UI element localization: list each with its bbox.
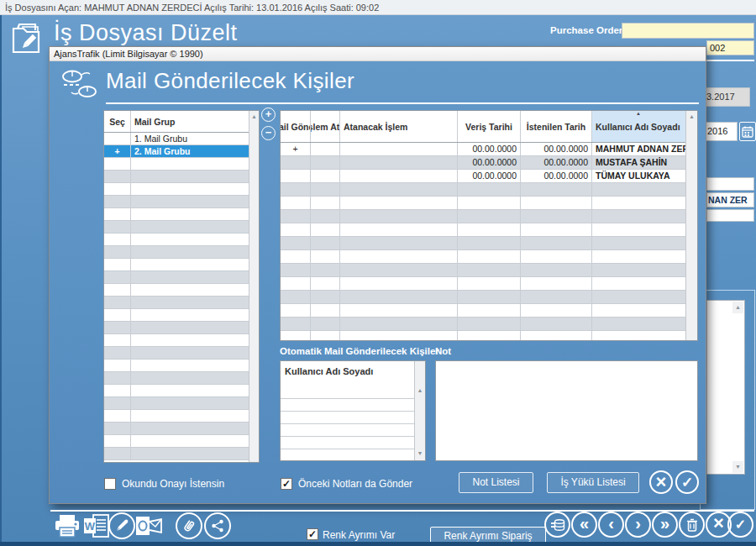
column-header-mail-gonder[interactable]: Mail Gönde xyxy=(281,111,311,142)
mail-group-row[interactable] xyxy=(104,385,259,397)
ok-button[interactable]: ✓ xyxy=(727,512,753,538)
mail-group-row[interactable] xyxy=(104,435,259,448)
onceki-checkbox[interactable]: ✓ xyxy=(281,478,292,490)
edit-note-button[interactable] xyxy=(108,512,135,539)
purchase-order-input[interactable] xyxy=(622,23,754,39)
otomatik-column-header[interactable]: Kullanıcı Adı Soyadı xyxy=(281,361,425,385)
column-header-islem-ata[interactable]: İşlem Ata xyxy=(311,111,340,142)
calendar-button[interactable] xyxy=(739,122,756,141)
recipient-row[interactable] xyxy=(281,304,697,318)
recipient-row[interactable]: 00.00.000000.00.0000MUSTAFA ŞAHİN xyxy=(281,156,697,170)
purchase-order-number-field[interactable]: 002 xyxy=(706,40,754,55)
mail-group-row[interactable] xyxy=(104,158,259,171)
column-header-kullanici[interactable]: ▲ Kullanıcı Adı Soyadı xyxy=(592,111,686,142)
remove-group-button[interactable]: − xyxy=(261,126,276,140)
scroll-down-icon[interactable]: ▼ xyxy=(732,461,743,473)
otomatik-row[interactable] xyxy=(281,449,425,461)
first-button[interactable]: « xyxy=(571,512,597,538)
is-yuku-listesi-button[interactable]: İş Yükü Listesi xyxy=(547,472,639,493)
mail-group-row[interactable] xyxy=(104,423,259,435)
column-header-mail-grup[interactable]: Mail Grup xyxy=(131,111,249,132)
print-button[interactable] xyxy=(53,513,81,538)
date-field[interactable]: 3.2017 xyxy=(702,87,750,107)
scroll-up-icon[interactable]: ▲ xyxy=(249,111,259,123)
renk-checkbox[interactable]: ✓ xyxy=(307,528,318,540)
mail-group-row[interactable] xyxy=(104,234,259,246)
mail-group-row[interactable] xyxy=(104,246,259,259)
mail-group-row[interactable] xyxy=(104,372,259,385)
mail-group-row[interactable]: 1. Mail Grubu xyxy=(104,133,259,145)
records-button[interactable] xyxy=(544,512,570,538)
recipient-row[interactable] xyxy=(281,331,697,341)
dialog-confirm-button[interactable]: ✓ xyxy=(675,470,699,494)
note-textarea[interactable] xyxy=(435,360,698,461)
recipient-row[interactable] xyxy=(281,183,697,197)
prev-button[interactable]: ‹ xyxy=(598,512,624,538)
recipient-row[interactable] xyxy=(281,264,697,277)
otomatik-row[interactable] xyxy=(281,399,425,412)
otomatik-row[interactable] xyxy=(281,424,425,437)
recipient-row[interactable] xyxy=(281,318,697,331)
mail-group-row[interactable] xyxy=(104,297,259,309)
user-name-field[interactable]: NAN ZER xyxy=(706,192,754,207)
mail-group-row[interactable] xyxy=(104,208,259,221)
scroll-up-icon[interactable]: ▲ xyxy=(686,111,697,123)
okundu-checkbox[interactable] xyxy=(104,478,116,490)
mail-group-row[interactable] xyxy=(104,183,259,196)
mail-group-row[interactable]: +2. Mail Grubu xyxy=(104,145,259,158)
otomatik-scrollbar[interactable]: ▲ ▼ xyxy=(414,361,425,460)
year-field[interactable]: 2016 xyxy=(702,122,738,141)
mail-group-row[interactable] xyxy=(104,271,259,284)
word-export-button[interactable]: W xyxy=(83,513,110,538)
scroll-up-icon[interactable]: ▲ xyxy=(415,385,425,396)
share-button[interactable] xyxy=(204,512,231,539)
mail-group-row[interactable] xyxy=(104,196,259,208)
mail-group-row[interactable] xyxy=(104,171,259,183)
recipient-row[interactable] xyxy=(281,223,697,237)
otomatik-row[interactable] xyxy=(281,385,425,399)
text-field[interactable] xyxy=(706,177,754,191)
mail-group-row[interactable] xyxy=(104,397,259,410)
column-header-atanacak-islem[interactable]: Atanacak İşlem xyxy=(340,111,458,142)
attachment-button[interactable] xyxy=(176,512,202,539)
mail-group-row[interactable] xyxy=(104,221,259,234)
recipients-scrollbar[interactable]: ▲ xyxy=(685,111,697,340)
mail-group-row[interactable] xyxy=(104,410,259,423)
delete-button[interactable] xyxy=(679,512,705,538)
mail-group-row[interactable] xyxy=(104,334,259,347)
recipient-row[interactable]: +00.00.000000.00.0000MAHMUT ADNAN ZERDEC… xyxy=(281,143,697,156)
text-field[interactable] xyxy=(706,209,754,222)
recipient-row[interactable] xyxy=(281,291,697,304)
dialog-cancel-button[interactable]: × xyxy=(649,470,673,494)
column-header-veris-tarihi[interactable]: Veriş Tarihi xyxy=(458,111,521,142)
recipient-row[interactable] xyxy=(281,277,697,291)
column-header-sec[interactable]: Seç xyxy=(104,111,131,132)
otomatik-row[interactable] xyxy=(281,437,425,449)
mail-group-row[interactable] xyxy=(104,360,259,372)
scroll-up-icon[interactable]: ▲ xyxy=(732,302,743,313)
outlook-button[interactable] xyxy=(134,513,163,538)
dialog-titlebar[interactable]: AjansTrafik (Limit Bilgisayar © 1990) xyxy=(50,47,706,61)
recipient-row[interactable] xyxy=(281,210,697,223)
recipient-row[interactable] xyxy=(281,197,697,210)
mail-groups-scrollbar[interactable]: ▲ xyxy=(249,111,259,462)
otomatik-row[interactable] xyxy=(281,412,425,424)
next-button[interactable]: › xyxy=(625,512,651,538)
recipient-row[interactable] xyxy=(281,237,697,250)
not-listesi-button[interactable]: Not Listesi xyxy=(459,472,533,493)
mail-group-row[interactable] xyxy=(104,309,259,322)
add-group-button[interactable]: + xyxy=(261,108,276,122)
recipient-row[interactable] xyxy=(281,250,697,264)
mail-group-row[interactable] xyxy=(104,259,259,271)
column-header-istenilen-tarih[interactable]: İstenilen Tarih xyxy=(521,111,592,142)
side-listbox[interactable]: ▲ ▼ xyxy=(706,300,745,475)
recipient-row[interactable]: 00.00.000000.00.0000TÜMAY ULUKAYA xyxy=(281,170,697,183)
recipients-header[interactable]: Mail Gönde İşlem Ata Atanacak İşlem Veri… xyxy=(281,111,697,143)
mail-group-row[interactable] xyxy=(104,322,259,334)
last-button[interactable]: » xyxy=(652,512,678,538)
mail-group-row[interactable] xyxy=(104,448,259,460)
mail-group-row[interactable] xyxy=(104,347,259,360)
scroll-down-icon[interactable]: ▼ xyxy=(415,448,425,459)
mail-groups-header[interactable]: Seç Mail Grup xyxy=(104,111,259,133)
mail-group-row[interactable] xyxy=(104,284,259,297)
